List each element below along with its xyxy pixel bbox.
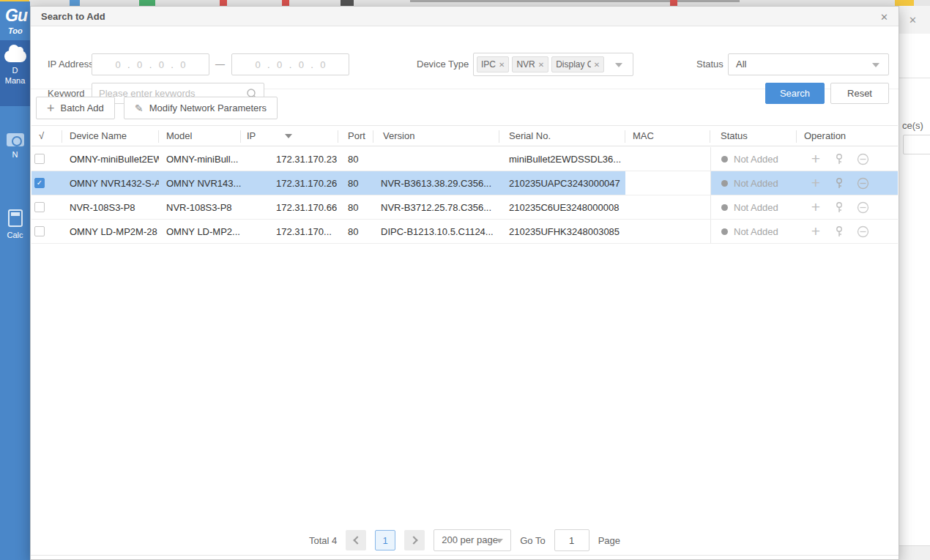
next-page-button[interactable] bbox=[404, 530, 425, 550]
cell-serial: 210235UFHK3248003085 bbox=[499, 220, 625, 243]
cell-ip: 172.31.170... bbox=[241, 220, 338, 243]
tag-label: Display C bbox=[556, 59, 591, 70]
sort-descending-icon[interactable] bbox=[285, 134, 292, 138]
ip-octet[interactable]: 0 bbox=[272, 59, 288, 70]
ip-range-start-input[interactable]: 0. 0. 0. 0 bbox=[92, 53, 209, 75]
ip-octet[interactable]: 0 bbox=[153, 59, 169, 70]
reset-button[interactable]: Reset bbox=[830, 83, 889, 104]
dialog-close-icon[interactable]: ✕ bbox=[877, 10, 891, 24]
ip-octet[interactable]: 0 bbox=[250, 59, 266, 70]
ip-octet[interactable]: 0 bbox=[293, 59, 309, 70]
column-header-ip[interactable]: IP bbox=[241, 126, 338, 146]
key-icon[interactable] bbox=[827, 153, 851, 165]
row-checkbox-checked[interactable]: ✓ bbox=[34, 178, 45, 188]
status-select[interactable]: All bbox=[728, 53, 889, 75]
key-icon[interactable] bbox=[827, 201, 851, 214]
table-row[interactable]: ✓ NVR-108S3-P8 NVR-108S3-P8 172.31.170.6… bbox=[31, 195, 898, 220]
divider bbox=[899, 78, 930, 78]
background-close-icon[interactable]: ✕ bbox=[909, 15, 917, 26]
background-window-strip: ✕ ce(s) bbox=[899, 6, 930, 560]
column-header-check[interactable]: √ bbox=[31, 126, 62, 146]
tag-label: NVR bbox=[516, 59, 535, 70]
add-device-icon[interactable]: + bbox=[804, 223, 827, 240]
column-header-operation[interactable]: Operation bbox=[797, 126, 898, 146]
cell-operation: + bbox=[797, 147, 898, 171]
status-selected-value: All bbox=[736, 59, 746, 70]
remove-device-icon[interactable] bbox=[851, 177, 874, 190]
remove-tag-icon[interactable]: ✕ bbox=[499, 61, 505, 69]
cell-operation: + bbox=[797, 220, 898, 243]
cell-device-name: OMNY NVR1432-S-AL bbox=[62, 171, 159, 195]
pencil-icon: ✎ bbox=[135, 102, 144, 114]
chevron-down-icon bbox=[872, 63, 879, 67]
chevron-down-icon bbox=[496, 539, 503, 543]
remove-device-icon[interactable] bbox=[851, 153, 874, 165]
remove-device-icon[interactable] bbox=[851, 201, 874, 214]
go-to-page-input[interactable] bbox=[554, 529, 589, 551]
column-header-model[interactable]: Model bbox=[159, 126, 241, 146]
column-header-status[interactable]: Status bbox=[710, 126, 797, 146]
column-header-device-name[interactable]: Device Name bbox=[62, 126, 159, 146]
sidebar-item-network[interactable]: N bbox=[0, 127, 30, 160]
search-button[interactable]: Search bbox=[765, 83, 825, 104]
modify-network-parameters-button[interactable]: ✎ Modify Network Parameters bbox=[124, 97, 278, 119]
sidebar-item-calculation[interactable]: Calc bbox=[0, 204, 30, 240]
remove-device-icon[interactable] bbox=[851, 225, 874, 238]
key-icon[interactable] bbox=[827, 177, 851, 190]
dialog-titlebar: Search to Add ✕ bbox=[31, 7, 899, 26]
cell-mac bbox=[625, 220, 710, 243]
table-row[interactable]: ✓ OMNY LD-MP2M-28 OMNY LD-MP2... 172.31.… bbox=[31, 220, 898, 244]
sidebar-item-device-management[interactable]: D Mana bbox=[0, 40, 30, 106]
ip-range-dash: — bbox=[215, 53, 225, 75]
ip-octet[interactable]: 0 bbox=[132, 59, 148, 70]
background-window-footer bbox=[899, 545, 930, 560]
ip-octet[interactable]: 0 bbox=[315, 59, 331, 70]
cell-version bbox=[373, 147, 499, 171]
cell-status: Not Added bbox=[710, 147, 797, 171]
status-text: Not Added bbox=[734, 178, 778, 189]
cell-model: OMNY NVR143... bbox=[159, 171, 241, 195]
add-device-icon[interactable]: + bbox=[804, 174, 827, 192]
sidebar-item-label: N bbox=[0, 149, 30, 160]
cell-operation: + bbox=[797, 195, 898, 219]
current-page-button[interactable]: 1 bbox=[375, 530, 395, 550]
page-label: Page bbox=[598, 535, 620, 546]
cell-mac bbox=[625, 195, 710, 219]
ip-range-end-input[interactable]: 0. 0. 0. 0 bbox=[231, 53, 349, 75]
chevron-left-icon bbox=[353, 536, 361, 544]
per-page-select[interactable]: 200 per page bbox=[434, 529, 511, 551]
app-logo-line2: Too bbox=[5, 26, 30, 35]
app-sidebar: Gu Too D Mana N Calc bbox=[0, 1, 30, 560]
sidebar-item-label: Calc bbox=[0, 230, 30, 240]
tag-label: IPC bbox=[481, 59, 496, 70]
table-row[interactable]: ✓ OMNY-miniBullet2EWD... OMNY-miniBull..… bbox=[31, 147, 898, 171]
column-header-version[interactable]: Version bbox=[373, 126, 499, 146]
add-device-icon[interactable]: + bbox=[804, 198, 827, 216]
dialog-title: Search to Add bbox=[41, 11, 105, 22]
previous-page-button[interactable] bbox=[346, 530, 366, 550]
device-type-multiselect[interactable]: IPC ✕ NVR ✕ Display C ✕ bbox=[473, 53, 633, 76]
status-text: Not Added bbox=[734, 154, 778, 165]
remove-tag-icon[interactable]: ✕ bbox=[538, 61, 544, 69]
table-row-selected[interactable]: ✓ OMNY NVR1432-S-AL OMNY NVR143... 172.3… bbox=[31, 171, 898, 195]
row-checkbox[interactable]: ✓ bbox=[34, 202, 45, 212]
column-header-port[interactable]: Port bbox=[338, 126, 373, 146]
batch-add-button[interactable]: + Batch Add bbox=[36, 97, 115, 119]
divider bbox=[31, 555, 899, 556]
cell-ip: 172.31.170.23 bbox=[241, 147, 338, 171]
cell-device-name: OMNY LD-MP2M-28 bbox=[62, 220, 159, 243]
column-header-mac[interactable]: MAC bbox=[625, 126, 710, 146]
remove-tag-icon[interactable]: ✕ bbox=[594, 61, 600, 69]
add-device-icon[interactable]: + bbox=[804, 150, 827, 168]
cell-version: NVR-B3712.25.78.C356... bbox=[373, 195, 499, 219]
row-checkbox[interactable]: ✓ bbox=[34, 154, 45, 164]
cell-mac bbox=[625, 147, 710, 171]
sidebar-item-label: Mana bbox=[0, 75, 30, 86]
ip-octet[interactable]: 0 bbox=[110, 59, 126, 70]
column-header-serial[interactable]: Serial No. bbox=[499, 126, 625, 146]
ip-octet[interactable]: 0 bbox=[175, 59, 191, 70]
background-partial-box bbox=[903, 135, 930, 154]
key-icon[interactable] bbox=[827, 225, 851, 238]
row-checkbox[interactable]: ✓ bbox=[34, 226, 45, 236]
background-top-strip bbox=[0, 0, 930, 6]
